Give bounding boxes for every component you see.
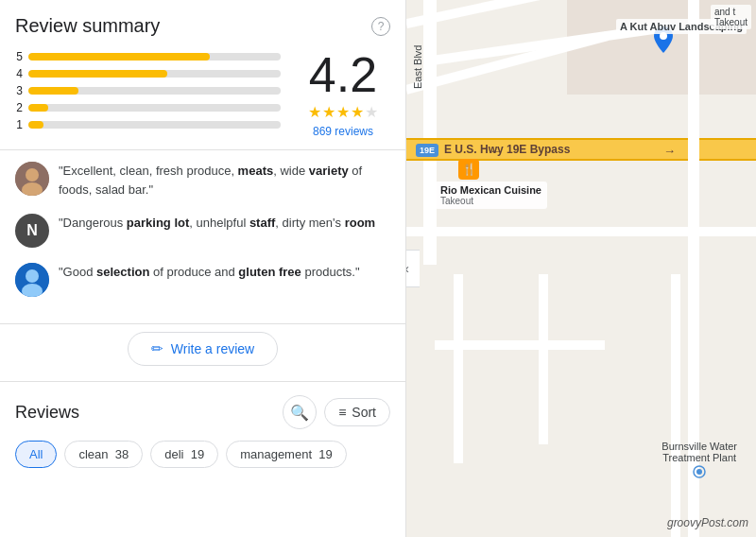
bar-row-3: 3 <box>15 84 281 97</box>
restaurant-fork-icon: 🍴 <box>462 163 476 176</box>
bar-track-5 <box>28 53 281 61</box>
filter-chip-all[interactable]: All <box>15 441 57 468</box>
east-blvd-label: East Blvd <box>412 45 423 89</box>
reviews-section: Reviews 🔍 ≡ Sort All clean 38 deli 19 ma… <box>0 382 405 477</box>
search-icon: 🔍 <box>290 404 309 422</box>
bar-label-5: 5 <box>15 50 23 63</box>
search-button[interactable]: 🔍 <box>283 395 317 429</box>
big-rating: 4.2 <box>309 50 377 99</box>
road-h-lower <box>406 227 756 236</box>
review-snippet-1: "Excellent, clean, fresh produce, meats,… <box>15 162 390 199</box>
bar-row-1: 1 <box>15 118 281 131</box>
review-count[interactable]: 869 reviews <box>313 125 373 138</box>
bar-label-1: 1 <box>15 118 23 131</box>
bar-track-1 <box>28 121 281 129</box>
filter-chips: All clean 38 deli 19 management 19 <box>15 441 390 468</box>
bar-label-2: 2 <box>15 101 23 114</box>
snippet-text-2: "Dangerous parking lot, unhelpful staff,… <box>59 214 375 233</box>
review-snippet-2: N "Dangerous parking lot, unhelpful staf… <box>15 214 390 248</box>
bar-label-3: 3 <box>15 84 23 97</box>
svg-point-4 <box>26 269 39 283</box>
collapse-icon: ‹ <box>406 261 409 276</box>
star-2: ★ <box>322 103 335 121</box>
sort-label: Sort <box>352 405 376 420</box>
star-4: ★ <box>351 103 364 121</box>
reviews-actions: 🔍 ≡ Sort <box>283 395 390 429</box>
review-summary-title: Review summary <box>15 15 160 37</box>
water-plant-label: Burnsville WaterTreatment Plant <box>662 441 737 480</box>
review-summary-header: Review summary ? <box>15 15 390 37</box>
filter-chip-management[interactable]: management 19 <box>226 441 347 468</box>
restaurant-name: Rio Mexican Cuisine <box>440 184 541 196</box>
filter-chip-deli[interactable]: deli 19 <box>150 441 218 468</box>
svg-point-8 <box>696 469 702 475</box>
avatar-initial-2: N <box>26 222 38 239</box>
highway-arrow-left: ← <box>490 144 502 158</box>
rating-display: 4.2 ★ ★ ★ ★ ★ 869 reviews <box>296 50 390 138</box>
bars-section: 5 4 3 2 <box>15 50 281 135</box>
road-v-lower1 <box>454 274 463 463</box>
watermark: groovyPost.com <box>667 516 748 529</box>
pen-icon: ✏ <box>151 340 163 357</box>
bar-fill-5 <box>28 53 210 61</box>
star-1: ★ <box>308 103 321 121</box>
bar-fill-2 <box>28 104 48 112</box>
write-review-label: Write a review <box>171 341 254 356</box>
highway-badge: 19E <box>416 144 438 157</box>
water-plant-icon <box>693 465 706 478</box>
star-5: ★ <box>365 103 378 121</box>
restaurant-label: Rio Mexican Cuisine Takeout <box>435 182 547 209</box>
bar-row-2: 2 <box>15 101 281 114</box>
bar-row-5: 5 <box>15 50 281 63</box>
help-icon[interactable]: ? <box>371 17 390 36</box>
filter-chip-clean[interactable]: clean 38 <box>64 441 143 468</box>
write-review-button[interactable]: ✏ Write a review <box>128 332 278 366</box>
svg-point-1 <box>26 168 39 182</box>
road-hwy-top <box>406 138 756 140</box>
stars-row: ★ ★ ★ ★ ★ <box>308 103 378 121</box>
collapse-arrow[interactable]: ‹ <box>406 250 420 287</box>
map-panel: ‹ 19E E U.S. Hwy 19E Bypass ← → East Blv… <box>406 0 756 537</box>
bar-track-4 <box>28 70 281 78</box>
write-review-section: ✏ Write a review <box>0 324 405 382</box>
reviewer-avatar-1 <box>15 162 49 196</box>
snippet-text-1: "Excellent, clean, fresh produce, meats,… <box>59 162 390 199</box>
upper-right-text: and tTakeout <box>711 5 751 29</box>
left-panel: Review summary ? 5 4 3 <box>0 0 406 537</box>
review-snippet-3: "Good selection of produce and gluten fr… <box>15 263 390 297</box>
avatar-face-3 <box>15 263 49 297</box>
reviews-title: Reviews <box>15 403 79 423</box>
reviews-header: Reviews 🔍 ≡ Sort <box>15 395 390 429</box>
rating-content: 5 4 3 2 <box>15 50 390 138</box>
highway-arrow-right: → <box>663 144 676 158</box>
bar-label-4: 4 <box>15 67 23 80</box>
snippet-text-3: "Good selection of produce and gluten fr… <box>59 263 360 282</box>
highway-label: E U.S. Hwy 19E Bypass <box>444 143 570 156</box>
review-snippets: "Excellent, clean, fresh produce, meats,… <box>0 150 405 324</box>
bar-track-3 <box>28 87 281 95</box>
reviewer-avatar-2: N <box>15 214 49 248</box>
road-v-lower2 <box>539 274 548 444</box>
restaurant-type: Takeout <box>440 196 541 206</box>
sort-button[interactable]: ≡ Sort <box>324 398 390 426</box>
restaurant-icon: 🍴 <box>458 159 479 180</box>
bar-track-2 <box>28 104 281 112</box>
map-container[interactable]: ‹ 19E E U.S. Hwy 19E Bypass ← → East Blv… <box>406 0 756 537</box>
avatar-face-1 <box>15 162 49 196</box>
star-3: ★ <box>336 103 350 121</box>
reviewer-avatar-3 <box>15 263 49 297</box>
bar-fill-3 <box>28 87 78 95</box>
sort-icon: ≡ <box>338 405 346 420</box>
highway-number: 19E <box>420 146 435 155</box>
road-v-lower3 <box>671 274 680 537</box>
review-summary-section: Review summary ? 5 4 3 <box>0 0 405 150</box>
bar-fill-1 <box>28 121 43 129</box>
bar-fill-4 <box>28 70 167 78</box>
bar-row-4: 4 <box>15 67 281 80</box>
